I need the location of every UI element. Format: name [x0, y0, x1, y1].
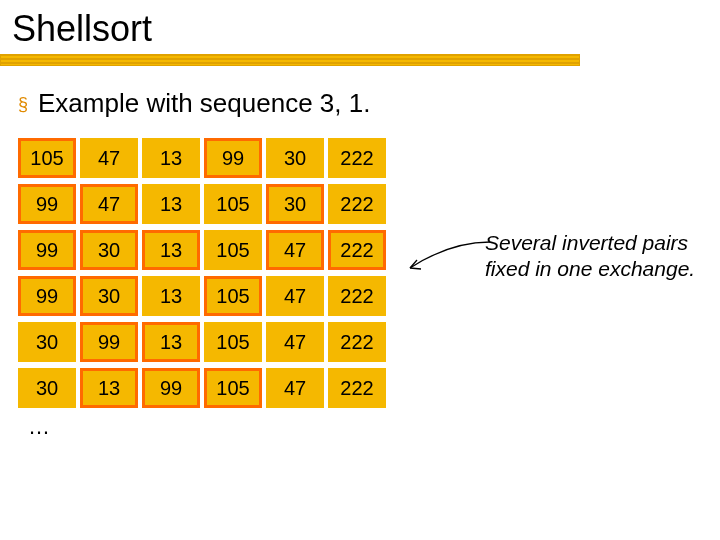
- subtitle-text: Example with sequence 3, 1.: [38, 88, 370, 119]
- subtitle-row: § Example with sequence 3, 1.: [0, 80, 720, 120]
- sequence-cell: 99: [18, 276, 76, 316]
- sequence-cell: 105: [204, 276, 262, 316]
- sequence-cell: 99: [18, 184, 76, 224]
- sequence-cell: 47: [266, 322, 324, 362]
- sequence-cell: 105: [204, 322, 262, 362]
- sequence-cell: 13: [142, 276, 200, 316]
- slide-title: Shellsort: [0, 0, 720, 52]
- title-underline: [0, 52, 720, 72]
- sequence-cell: 13: [142, 230, 200, 270]
- ellipsis: …: [18, 414, 720, 440]
- sequence-cell: 105: [18, 138, 76, 178]
- sequence-cell: 13: [142, 184, 200, 224]
- underline-bar: [0, 54, 580, 66]
- sequence-cell: 30: [266, 138, 324, 178]
- sequence-cell: 222: [328, 368, 386, 408]
- sequence-cell: 30: [18, 368, 76, 408]
- sequence-cell: 47: [266, 230, 324, 270]
- sequence-cell: 99: [142, 368, 200, 408]
- sequence-cell: 13: [80, 368, 138, 408]
- sequence-cell: 222: [328, 276, 386, 316]
- sequence-cell: 222: [328, 322, 386, 362]
- bullet-icon: §: [18, 88, 28, 120]
- sequence-row: 30991310547222: [18, 322, 720, 362]
- sequence-cell: 222: [328, 138, 386, 178]
- sequence-cell: 30: [80, 276, 138, 316]
- annotation-text: Several inverted pairs fixed in one exch…: [485, 230, 700, 283]
- sequence-cell: 13: [142, 138, 200, 178]
- sequence-cell: 47: [266, 276, 324, 316]
- sequence-cell: 99: [204, 138, 262, 178]
- sequence-row: 10547139930222: [18, 138, 720, 178]
- sequence-cell: 30: [18, 322, 76, 362]
- sequence-cell: 99: [80, 322, 138, 362]
- sequence-cell: 222: [328, 230, 386, 270]
- annotation-arrow: [395, 240, 495, 290]
- sequence-cell: 30: [266, 184, 324, 224]
- sequence-cell: 105: [204, 184, 262, 224]
- sequence-cell: 105: [204, 368, 262, 408]
- sequence-cell: 13: [142, 322, 200, 362]
- sequence-row: 99471310530222: [18, 184, 720, 224]
- sequence-cell: 105: [204, 230, 262, 270]
- sequence-cell: 47: [80, 138, 138, 178]
- sequence-cell: 47: [80, 184, 138, 224]
- sequence-row: 30139910547222: [18, 368, 720, 408]
- sequence-cell: 30: [80, 230, 138, 270]
- sequence-cell: 222: [328, 184, 386, 224]
- sequence-cell: 47: [266, 368, 324, 408]
- sequence-cell: 99: [18, 230, 76, 270]
